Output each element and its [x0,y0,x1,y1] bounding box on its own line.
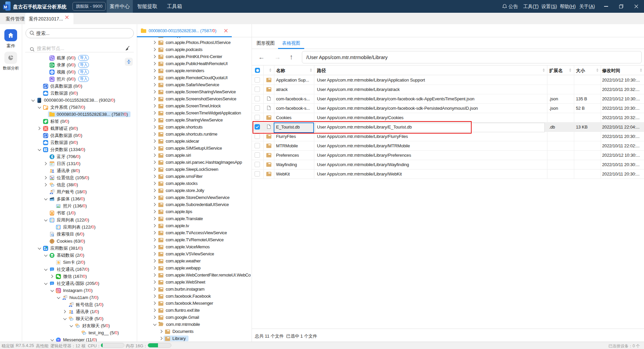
svg-text:M: M [4,5,7,9]
